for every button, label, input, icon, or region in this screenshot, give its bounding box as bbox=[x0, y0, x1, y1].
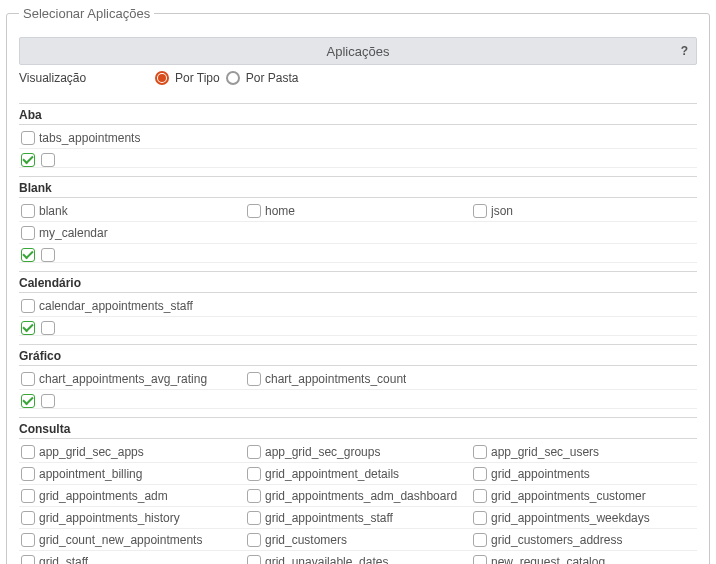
checkbox-grid-appointments-weekdays[interactable] bbox=[473, 511, 487, 525]
checkbox-app-grid-sec-users[interactable] bbox=[473, 445, 487, 459]
item-grid-unavailable-dates: grid_unavailable_dates bbox=[245, 551, 471, 564]
section-calendario-uncheck-all[interactable] bbox=[41, 321, 55, 335]
label-grid-unavailable-dates: grid_unavailable_dates bbox=[265, 555, 388, 565]
label-grid-customers-address: grid_customers_address bbox=[491, 533, 622, 547]
empty-cell bbox=[245, 222, 471, 244]
label-chart-appointments-avg-rating: chart_appointments_avg_rating bbox=[39, 372, 207, 386]
label-grid-appointments-adm-dashboard: grid_appointments_adm_dashboard bbox=[265, 489, 457, 503]
section-blank-check-all[interactable] bbox=[21, 248, 35, 262]
visualization-label: Visualização bbox=[19, 71, 149, 85]
label-grid-appointments: grid_appointments bbox=[491, 467, 590, 481]
section-aba-check-all[interactable] bbox=[21, 153, 35, 167]
label-grid-appointment-details: grid_appointment_details bbox=[265, 467, 399, 481]
panel-title: Aplicações bbox=[327, 44, 390, 59]
item-tabs-appointments: tabs_appointments bbox=[19, 127, 697, 149]
item-grid-appointments-adm-dashboard: grid_appointments_adm_dashboard bbox=[245, 485, 471, 507]
checkbox-grid-customers-address[interactable] bbox=[473, 533, 487, 547]
label-my-calendar: my_calendar bbox=[39, 226, 108, 240]
item-new-request-catalog: new_request_catalog bbox=[471, 551, 697, 564]
label-chart-appointments-count: chart_appointments_count bbox=[265, 372, 406, 386]
item-grid-appointments: grid_appointments bbox=[471, 463, 697, 485]
checkbox-json[interactable] bbox=[473, 204, 487, 218]
label-grid-appointments-weekdays: grid_appointments_weekdays bbox=[491, 511, 650, 525]
label-grid-count-new-appointments: grid_count_new_appointments bbox=[39, 533, 202, 547]
visualization-row: Visualização Por Tipo Por Pasta bbox=[19, 65, 697, 95]
item-grid-appointments-staff: grid_appointments_staff bbox=[245, 507, 471, 529]
checkbox-chart-appointments-avg-rating[interactable] bbox=[21, 372, 35, 386]
section-grafico-uncheck-all[interactable] bbox=[41, 394, 55, 408]
checkbox-grid-appointments-adm[interactable] bbox=[21, 489, 35, 503]
checkbox-grid-appointments[interactable] bbox=[473, 467, 487, 481]
section-aba-grid: tabs_appointments bbox=[19, 127, 697, 149]
item-my-calendar: my_calendar bbox=[19, 222, 245, 244]
item-appointment-billing: appointment_billing bbox=[19, 463, 245, 485]
label-app-grid-sec-groups: app_grid_sec_groups bbox=[265, 445, 380, 459]
checkbox-grid-appointments-customer[interactable] bbox=[473, 489, 487, 503]
checkbox-grid-appointments-adm-dashboard[interactable] bbox=[247, 489, 261, 503]
checkbox-appointment-billing[interactable] bbox=[21, 467, 35, 481]
radio-by-folder-label: Por Pasta bbox=[246, 71, 299, 85]
section-grafico-grid: chart_appointments_avg_rating chart_appo… bbox=[19, 368, 697, 390]
item-grid-appointments-adm: grid_appointments_adm bbox=[19, 485, 245, 507]
section-blank-uncheck-all[interactable] bbox=[41, 248, 55, 262]
checkbox-home[interactable] bbox=[247, 204, 261, 218]
section-calendario-footer bbox=[19, 317, 697, 336]
label-grid-customers: grid_customers bbox=[265, 533, 347, 547]
checkbox-tabs-appointments[interactable] bbox=[21, 131, 35, 145]
checkbox-grid-customers[interactable] bbox=[247, 533, 261, 547]
label-home: home bbox=[265, 204, 295, 218]
label-tabs-appointments: tabs_appointments bbox=[39, 131, 140, 145]
checkbox-grid-appointment-details[interactable] bbox=[247, 467, 261, 481]
label-new-request-catalog: new_request_catalog bbox=[491, 555, 605, 565]
item-chart-appointments-avg-rating: chart_appointments_avg_rating bbox=[19, 368, 245, 390]
section-title-calendario: Calendário bbox=[19, 271, 697, 293]
empty-cell bbox=[471, 368, 697, 390]
section-grafico-check-all[interactable] bbox=[21, 394, 35, 408]
section-title-grafico: Gráfico bbox=[19, 344, 697, 366]
label-grid-appointments-staff: grid_appointments_staff bbox=[265, 511, 393, 525]
section-grafico-footer bbox=[19, 390, 697, 409]
help-icon[interactable]: ? bbox=[681, 44, 688, 58]
item-grid-customers: grid_customers bbox=[245, 529, 471, 551]
item-app-grid-sec-apps: app_grid_sec_apps bbox=[19, 441, 245, 463]
label-grid-appointments-history: grid_appointments_history bbox=[39, 511, 180, 525]
checkbox-app-grid-sec-apps[interactable] bbox=[21, 445, 35, 459]
radio-by-folder[interactable] bbox=[226, 71, 240, 85]
item-chart-appointments-count: chart_appointments_count bbox=[245, 368, 471, 390]
fieldset-legend: Selecionar Aplicações bbox=[19, 6, 154, 21]
radio-by-type[interactable] bbox=[155, 71, 169, 85]
item-grid-appointments-customer: grid_appointments_customer bbox=[471, 485, 697, 507]
checkbox-chart-appointments-count[interactable] bbox=[247, 372, 261, 386]
checkbox-grid-appointments-history[interactable] bbox=[21, 511, 35, 525]
checkbox-calendar-appointments-staff[interactable] bbox=[21, 299, 35, 313]
select-applications-fieldset: Selecionar Aplicações Aplicações ? Visua… bbox=[6, 6, 710, 564]
item-grid-appointment-details: grid_appointment_details bbox=[245, 463, 471, 485]
label-calendar-appointments-staff: calendar_appointments_staff bbox=[39, 299, 193, 313]
checkbox-grid-unavailable-dates[interactable] bbox=[247, 555, 261, 565]
section-aba-uncheck-all[interactable] bbox=[41, 153, 55, 167]
item-blank: blank bbox=[19, 200, 245, 222]
checkbox-grid-staff[interactable] bbox=[21, 555, 35, 565]
section-blank-footer bbox=[19, 244, 697, 263]
label-grid-appointments-adm: grid_appointments_adm bbox=[39, 489, 168, 503]
label-grid-staff: grid_staff bbox=[39, 555, 88, 565]
section-aba-footer bbox=[19, 149, 697, 168]
item-app-grid-sec-users: app_grid_sec_users bbox=[471, 441, 697, 463]
item-grid-appointments-history: grid_appointments_history bbox=[19, 507, 245, 529]
checkbox-new-request-catalog[interactable] bbox=[473, 555, 487, 565]
item-grid-appointments-weekdays: grid_appointments_weekdays bbox=[471, 507, 697, 529]
section-calendario-check-all[interactable] bbox=[21, 321, 35, 335]
section-calendario-grid: calendar_appointments_staff bbox=[19, 295, 697, 317]
empty-cell bbox=[471, 222, 697, 244]
item-json: json bbox=[471, 200, 697, 222]
checkbox-blank[interactable] bbox=[21, 204, 35, 218]
item-grid-staff: grid_staff bbox=[19, 551, 245, 564]
section-consulta-grid: app_grid_sec_apps app_grid_sec_groups ap… bbox=[19, 441, 697, 564]
item-home: home bbox=[245, 200, 471, 222]
checkbox-my-calendar[interactable] bbox=[21, 226, 35, 240]
label-blank: blank bbox=[39, 204, 68, 218]
item-grid-count-new-appointments: grid_count_new_appointments bbox=[19, 529, 245, 551]
checkbox-grid-appointments-staff[interactable] bbox=[247, 511, 261, 525]
checkbox-grid-count-new-appointments[interactable] bbox=[21, 533, 35, 547]
checkbox-app-grid-sec-groups[interactable] bbox=[247, 445, 261, 459]
